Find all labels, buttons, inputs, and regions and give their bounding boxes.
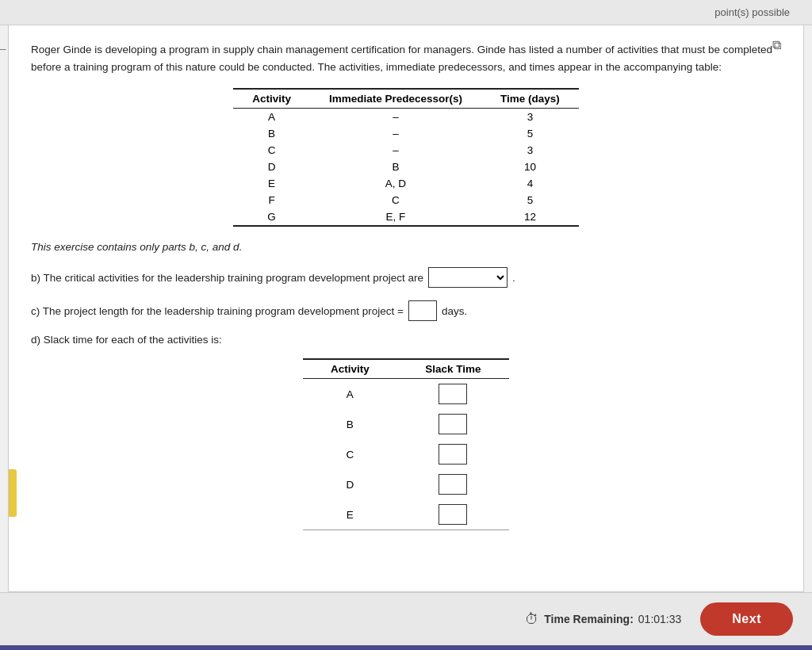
- col-header-time: Time (days): [481, 89, 579, 109]
- exercise-note: This exercise contains only parts b, c, …: [31, 241, 781, 253]
- slack-input-d[interactable]: [439, 474, 467, 495]
- slack-col-activity: Activity: [303, 359, 397, 379]
- cell-predecessors: –: [310, 125, 481, 142]
- bottom-bar: [0, 645, 812, 650]
- cell-activity: G: [233, 208, 310, 226]
- activity-table: Activity Immediate Predecessor(s) Time (…: [233, 88, 579, 227]
- part-c: c) The project length for the leadership…: [31, 300, 781, 321]
- slack-time-cell: [397, 379, 509, 410]
- slack-table-row: B: [303, 409, 509, 439]
- cell-predecessors: –: [310, 109, 481, 126]
- slack-input-a[interactable]: [439, 384, 467, 404]
- slack-input-b[interactable]: [439, 414, 467, 434]
- part-c-suffix: days.: [442, 305, 467, 317]
- slack-time-cell: [397, 499, 509, 530]
- cell-time: 12: [481, 208, 579, 226]
- slack-time-cell: [397, 409, 509, 439]
- cell-activity: E: [233, 175, 310, 192]
- cell-time: 5: [481, 125, 579, 142]
- activity-table-wrapper: Activity Immediate Predecessor(s) Time (…: [31, 88, 781, 227]
- cell-time: 4: [481, 175, 579, 192]
- cell-predecessors: B: [310, 159, 481, 175]
- question-text: Roger Ginde is developing a program in s…: [31, 41, 781, 75]
- table-header-row: Activity Immediate Predecessor(s) Time (…: [233, 89, 579, 109]
- slack-header-row: Activity Slack Time: [303, 359, 509, 379]
- back-arrow-icon[interactable]: ←: [0, 41, 9, 58]
- slack-activity-cell: A: [303, 379, 397, 410]
- points-label: point(s) possible: [714, 6, 790, 18]
- page-container: point(s) possible ← ⧉ Roger Ginde is dev…: [0, 0, 812, 650]
- slack-activity-cell: E: [303, 499, 397, 530]
- time-remaining-label: Time Remaining:: [544, 613, 634, 625]
- slack-table-row: A: [303, 379, 509, 410]
- cell-predecessors: E, F: [310, 208, 481, 226]
- slack-col-time: Slack Time: [397, 359, 509, 379]
- slack-time-cell: [397, 469, 509, 499]
- table-row: FC5: [233, 192, 579, 208]
- cell-predecessors: C: [310, 192, 481, 208]
- next-button[interactable]: Next: [700, 602, 793, 636]
- time-remaining-value: 01:01:33: [638, 613, 682, 625]
- cell-time: 5: [481, 192, 579, 208]
- copy-icon[interactable]: ⧉: [772, 38, 781, 52]
- table-row: GE, F12: [233, 208, 579, 226]
- footer: ⏱ Time Remaining: 01:01:33 Next: [0, 592, 812, 645]
- project-length-input[interactable]: [408, 300, 437, 321]
- slack-table: Activity Slack Time ABCDE: [303, 358, 509, 530]
- part-c-label: c) The project length for the leadership…: [31, 305, 404, 317]
- cell-activity: B: [233, 125, 310, 142]
- top-bar: point(s) possible: [0, 0, 812, 25]
- cell-activity: D: [233, 159, 310, 175]
- table-row: DB10: [233, 159, 579, 175]
- content-area: ← ⧉ Roger Ginde is developing a program …: [8, 25, 804, 592]
- cell-time: 3: [481, 109, 579, 126]
- clock-icon: ⏱: [525, 611, 539, 628]
- table-row: C–3: [233, 142, 579, 159]
- critical-activities-dropdown[interactable]: A,B,D,GB,D,E,GA,C,F,GB,D,G: [428, 267, 508, 288]
- time-remaining: ⏱ Time Remaining: 01:01:33: [525, 611, 681, 628]
- slack-activity-cell: D: [303, 469, 397, 499]
- slack-table-row: C: [303, 439, 509, 469]
- cell-activity: F: [233, 192, 310, 208]
- cell-time: 10: [481, 159, 579, 175]
- slack-table-row: E: [303, 499, 509, 530]
- slack-input-c[interactable]: [439, 444, 467, 465]
- slack-activity-cell: C: [303, 439, 397, 469]
- cell-time: 3: [481, 142, 579, 159]
- part-b-suffix: .: [512, 272, 515, 284]
- part-b-label: b) The critical activities for the leade…: [31, 272, 423, 284]
- cell-predecessors: –: [310, 142, 481, 159]
- cell-activity: A: [233, 109, 310, 126]
- part-b: b) The critical activities for the leade…: [31, 267, 781, 288]
- slack-table-wrapper: Activity Slack Time ABCDE: [31, 358, 781, 530]
- slack-table-row: D: [303, 469, 509, 499]
- table-row: EA, D4: [233, 175, 579, 192]
- slack-activity-cell: B: [303, 409, 397, 439]
- part-d-label: d) Slack time for each of the activities…: [31, 334, 781, 346]
- col-header-activity: Activity: [233, 89, 310, 109]
- table-row: B–5: [233, 125, 579, 142]
- cell-predecessors: A, D: [310, 175, 481, 192]
- slack-input-e[interactable]: [439, 504, 467, 525]
- cell-activity: C: [233, 142, 310, 159]
- table-row: A–3: [233, 109, 579, 126]
- yellow-side-tab: [9, 469, 17, 517]
- col-header-predecessor: Immediate Predecessor(s): [310, 89, 481, 109]
- slack-time-cell: [397, 439, 509, 469]
